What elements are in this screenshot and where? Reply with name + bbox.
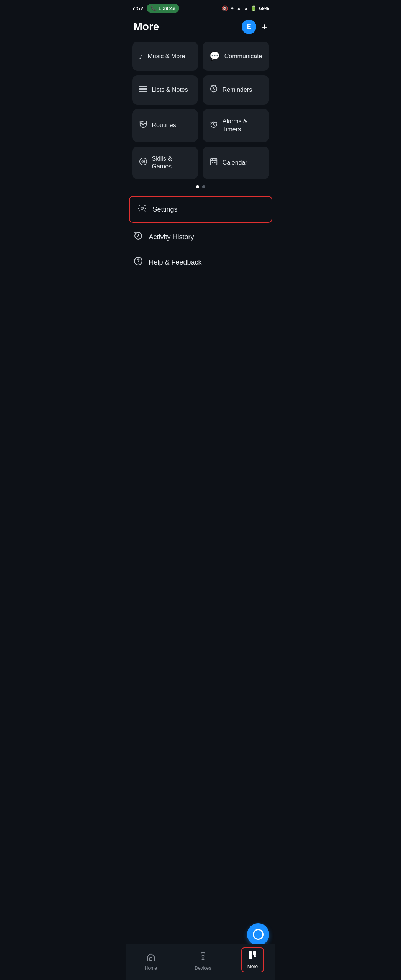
svg-point-17 [201,952,205,956]
page-title: More [134,21,159,33]
tile-communicate[interactable]: 💬 Communicate [203,42,269,71]
status-time: 7:52 [132,5,144,11]
devices-icon [199,952,207,964]
skills-icon [139,157,147,168]
status-bar: 7:52 📞 1:29:42 🔇 ✦ ▲ ▲ 🔋 69% [126,0,275,15]
nav-item-devices[interactable]: Devices [187,951,219,972]
alexa-fab[interactable] [247,923,269,946]
bluetooth-icon: ✦ [230,5,234,11]
music-icon: ♪ [139,51,143,61]
tile-calendar-label: Calendar [223,159,247,167]
alarm-icon [210,120,218,131]
signal-icon: ▲ [244,5,249,11]
tile-alarms-timers-label: Alarms & Timers [223,118,262,134]
home-icon [146,953,155,964]
header: More E + [126,15,275,42]
nav-item-home[interactable]: Home [137,951,165,972]
call-pill: 📞 1:29:42 [147,4,180,13]
header-actions: E + [242,20,267,34]
mute-icon: 🔇 [221,5,228,11]
status-right: 🔇 ✦ ▲ ▲ 🔋 69% [221,5,269,11]
svg-rect-1 [139,88,147,90]
tile-skills-games[interactable]: Skills & Games [132,147,198,180]
tiles-grid: ♪ Music & More 💬 Communicate Lists & Not… [126,42,275,179]
tile-routines-label: Routines [152,121,176,129]
tile-alarms-timers[interactable]: Alarms & Timers [203,109,269,142]
tile-lists-notes-label: Lists & Notes [152,86,188,94]
routine-icon [139,120,147,131]
avatar-button[interactable]: E [242,20,256,34]
call-duration: 1:29:42 [159,5,176,11]
svg-rect-0 [139,86,147,87]
help-feedback-label: Help & Feedback [149,258,202,266]
svg-rect-21 [253,951,256,955]
call-icon: 📞 [151,5,157,11]
svg-point-12 [141,207,143,209]
pagination-dots [126,185,275,188]
dot-0[interactable] [196,185,199,188]
tile-routines[interactable]: Routines [132,109,198,142]
tile-skills-games-label: Skills & Games [152,155,191,171]
add-button[interactable]: + [262,22,267,32]
svg-point-15 [138,263,139,264]
svg-rect-2 [139,91,147,92]
nav-more-label: More [247,964,258,969]
svg-rect-22 [249,956,252,959]
svg-rect-16 [150,958,152,961]
bottom-nav: Home Devices More [126,944,275,980]
battery-level: 69% [259,5,269,11]
tile-calendar[interactable]: Calendar [203,147,269,180]
tile-lists-notes[interactable]: Lists & Notes [132,75,198,105]
reminder-icon [210,85,218,95]
settings-row[interactable]: Settings [129,196,272,223]
nav-item-more[interactable]: More [241,947,264,972]
battery-icon: 🔋 [250,5,257,11]
activity-history-row[interactable]: Activity History [126,224,275,250]
alexa-ring [253,929,264,940]
tile-communicate-label: Communicate [224,52,262,60]
activity-history-label: Activity History [149,233,194,241]
help-feedback-row[interactable]: Help & Feedback [126,250,275,275]
nav-home-label: Home [145,965,157,971]
wifi-icon: ▲ [236,5,242,11]
calendar-icon [210,157,218,168]
svg-rect-18 [203,957,204,959]
svg-rect-9 [211,159,217,165]
help-icon [134,256,143,268]
tile-reminders-label: Reminders [223,86,252,94]
dot-1[interactable] [202,185,205,188]
status-left: 7:52 📞 1:29:42 [132,4,180,13]
nav-devices-label: Devices [195,965,211,971]
chat-icon: 💬 [210,51,220,61]
list-icon [139,85,147,95]
svg-rect-10 [212,162,213,163]
tile-music-more[interactable]: ♪ Music & More [132,42,198,71]
svg-rect-19 [201,959,204,960]
tile-music-more-label: Music & More [148,52,185,60]
settings-icon [137,204,147,215]
svg-rect-20 [249,951,252,955]
svg-point-8 [142,161,144,162]
tile-reminders[interactable]: Reminders [203,75,269,105]
more-grid-icon [248,951,257,962]
svg-rect-11 [214,162,216,163]
settings-label: Settings [153,206,178,214]
activity-history-icon [134,231,143,243]
